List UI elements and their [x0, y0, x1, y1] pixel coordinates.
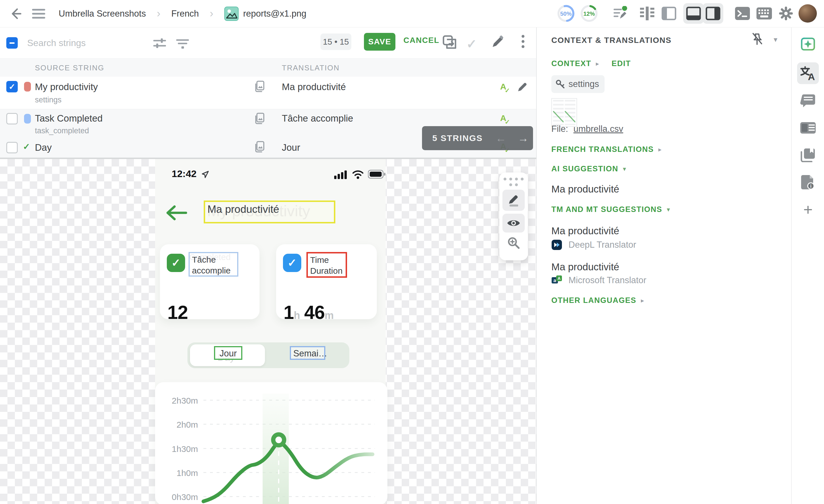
screenshot-link-icon[interactable] — [254, 141, 266, 153]
progress-ring-done[interactable]: 50% — [556, 4, 576, 23]
source-string[interactable]: Task Completed — [35, 113, 103, 124]
layout-right-panel-icon[interactable] — [703, 3, 723, 24]
ai-suggestion-header[interactable]: AI SUGGESTION ▾ — [551, 165, 626, 173]
caret-right-icon: ▸ — [641, 297, 644, 304]
highlight-box-week[interactable]: Semai… — [290, 346, 325, 360]
layout-bottom-panel-icon[interactable] — [683, 3, 704, 24]
duplicate-icon[interactable] — [442, 35, 456, 49]
file-info-tab-icon[interactable]: i — [797, 171, 819, 193]
search-input[interactable]: Search strings — [27, 38, 86, 48]
signal-bars-icon — [334, 170, 348, 179]
row-checkbox[interactable] — [6, 113, 18, 124]
tasks-label: Tâche accomplie — [192, 254, 237, 276]
time-value: 1h 46m — [284, 301, 334, 323]
row-checkbox[interactable]: ✓ — [6, 81, 18, 92]
edit-pencil-icon[interactable] — [491, 35, 505, 48]
green-check-icon: ✓ — [167, 254, 185, 272]
table-view-icon[interactable] — [637, 3, 657, 24]
layout-left-panel-icon[interactable] — [658, 3, 679, 24]
progress-ring-done-label: 50% — [560, 11, 572, 17]
back-icon[interactable] — [9, 7, 22, 21]
source-string-header: SOURCE STRING — [35, 64, 104, 72]
breadcrumb-project[interactable]: Umbrella Screenshots — [59, 9, 146, 19]
key-icon — [555, 79, 565, 89]
filter-icon[interactable] — [176, 38, 189, 49]
tm-suggestion-text[interactable]: Ma productivité — [551, 261, 619, 273]
screenshot-preview-area[interactable]: 12:42 My productivity Ma productivité — [0, 159, 536, 504]
caret-right-icon: ▸ — [658, 146, 661, 153]
panel-title: CONTEXT & TRANSLATIONS — [551, 36, 672, 45]
drag-handle-icon[interactable] — [503, 178, 524, 186]
terminal-icon[interactable] — [732, 3, 753, 24]
progress-ring-reviewed[interactable]: 12% — [580, 4, 599, 23]
file-link[interactable]: umbrella.csv — [574, 124, 623, 134]
segment-day[interactable]: Day Jour — [190, 344, 265, 366]
cancel-button[interactable]: CANCEL — [402, 35, 441, 45]
translations-tab-icon[interactable]: A — [797, 62, 819, 84]
source-string[interactable]: Day — [35, 142, 52, 153]
breadcrumb-file[interactable]: reports@x1.png — [243, 9, 306, 19]
draw-highlight-button[interactable] — [502, 190, 525, 211]
pager-prev-icon[interactable]: ← — [495, 132, 506, 144]
tune-filters-icon[interactable] — [153, 38, 166, 49]
french-translations-label: FRENCH TRANSLATIONS — [551, 145, 654, 154]
translation-text[interactable]: Tâche accomplie — [282, 113, 353, 124]
svg-text:A: A — [808, 71, 815, 81]
tm-mt-header[interactable]: TM AND MT SUGGESTIONS ▾ — [551, 205, 670, 214]
highlight-box-tasks-label[interactable]: Tâche accomplie — [189, 252, 238, 277]
microsoft-translator-icon: aA — [551, 275, 562, 286]
string-key[interactable]: task_completed — [35, 126, 89, 135]
time-hours-unit: h — [294, 309, 300, 321]
tasks-icon[interactable] — [610, 3, 630, 24]
table-row[interactable]: ✓ My productivity settings Ma productivi… — [0, 77, 536, 109]
key-chip[interactable]: settings — [551, 75, 605, 93]
row-checkbox[interactable] — [6, 142, 18, 153]
image-file-icon — [224, 7, 239, 21]
highlight-box-day[interactable]: Jour — [214, 346, 242, 360]
select-all-checkbox[interactable] — [6, 37, 18, 48]
screenshot-thumbnail[interactable] — [551, 98, 577, 127]
panel-collapse-caret-icon[interactable]: ▾ — [774, 35, 778, 44]
save-button[interactable]: SAVE — [364, 33, 395, 51]
screenshots-tab-icon[interactable] — [797, 144, 819, 166]
zoom-in-button[interactable] — [507, 236, 520, 250]
highlight-box-time-label[interactable]: Time Duration — [306, 252, 347, 278]
segment-day-label: Jour — [219, 348, 237, 359]
phone-screenshot[interactable]: 12:42 My productivity Ma productivité — [155, 159, 386, 504]
screenshot-link-icon[interactable] — [254, 113, 266, 124]
edit-translation-icon[interactable] — [517, 81, 528, 93]
string-counter: 15 • 15 — [320, 33, 351, 50]
chevron-right-icon: › — [210, 7, 213, 20]
screenshot-link-icon[interactable] — [254, 81, 266, 92]
source-string[interactable]: My productivity — [35, 82, 98, 92]
other-languages-header[interactable]: OTHER LANGUAGES ▸ — [551, 296, 644, 305]
add-tab-icon[interactable]: + — [797, 199, 819, 220]
translation-text[interactable]: Jour — [282, 142, 300, 153]
translation-text[interactable]: Ma productivité — [282, 82, 346, 92]
phone-back-icon — [166, 204, 188, 221]
breadcrumb-language[interactable]: French — [171, 9, 199, 19]
lokalise-editor: Umbrella Screenshots › French › reports@… — [0, 0, 824, 504]
ai-sparkle-tab-icon[interactable] — [797, 33, 819, 55]
tm-suggestion-text[interactable]: Ma productivité — [551, 225, 619, 236]
comments-tab-icon[interactable] — [797, 90, 819, 112]
verify-check-icon[interactable]: ✓ — [467, 36, 477, 51]
more-options-icon[interactable] — [520, 35, 526, 48]
french-translations-header[interactable]: FRENCH TRANSLATIONS ▸ — [551, 145, 661, 154]
context-label[interactable]: CONTEXT — [551, 59, 591, 68]
segmented-control[interactable]: Day Jour Week Semai… — [187, 342, 349, 368]
toggle-highlights-eye-button[interactable] — [502, 214, 525, 232]
avatar[interactable] — [799, 4, 817, 23]
string-key[interactable]: settings — [35, 96, 62, 104]
pager-next-icon[interactable]: → — [518, 132, 528, 144]
highlight-box-title[interactable]: Ma productivité — [204, 201, 335, 223]
time-card: ✓ Time Duration 1h 46m — [276, 244, 377, 319]
segment-week[interactable]: Week Semai… — [268, 342, 349, 368]
settings-gear-icon[interactable] — [776, 3, 796, 24]
unpin-icon[interactable] — [751, 32, 763, 46]
details-card-tab-icon[interactable] — [797, 117, 819, 139]
edit-context-link[interactable]: EDIT — [612, 59, 631, 68]
menu-icon[interactable] — [32, 8, 45, 19]
ai-suggestion-text[interactable]: Ma productivité — [551, 183, 619, 195]
keyboard-icon[interactable] — [754, 3, 775, 24]
